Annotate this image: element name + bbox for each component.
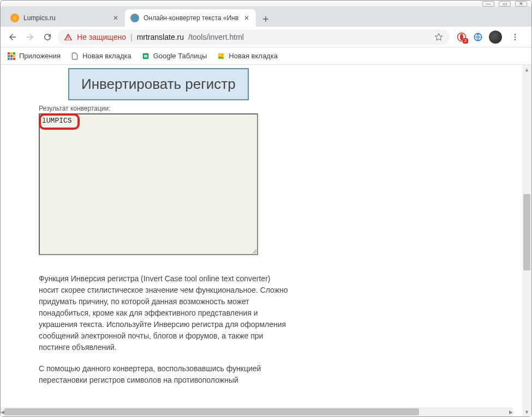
svg-point-5 xyxy=(515,39,516,40)
vscroll-thumb[interactable] xyxy=(523,194,530,270)
bookmark-sheets[interactable]: Google Таблицы xyxy=(141,52,207,61)
svg-rect-11 xyxy=(13,55,15,57)
extension-badge: 2 xyxy=(463,38,468,44)
bookmark-label: Приложения xyxy=(19,52,61,60)
bookmark-label: Новая вкладка xyxy=(82,52,131,60)
url-host: mrtranslate.ru xyxy=(137,33,184,41)
page-icon xyxy=(70,52,79,61)
hscroll-thumb[interactable] xyxy=(4,408,419,415)
bookmark-newtab1[interactable]: Новая вкладка xyxy=(70,52,131,61)
bookmark-label: Google Таблицы xyxy=(153,52,207,60)
tab-invert-converter[interactable]: 🌐 Онлайн-конвертер текста «Инв ✕ xyxy=(125,9,256,27)
horizontal-scrollbar[interactable]: ◀ ▶ xyxy=(1,407,513,416)
url-path: /tools/invert.html xyxy=(188,33,244,41)
extension-opera-icon[interactable]: 2 xyxy=(456,32,467,43)
svg-rect-7 xyxy=(10,52,13,55)
page-content: Инвертировать регистр Результат конверта… xyxy=(1,65,522,416)
window-maximize-button[interactable]: ▭ xyxy=(499,1,511,7)
window-minimize-button[interactable]: — xyxy=(482,1,494,7)
tab-title: Lumpics.ru xyxy=(23,14,56,22)
back-button[interactable] xyxy=(5,29,20,45)
scroll-right-icon[interactable]: ▶ xyxy=(509,407,513,416)
tab-title: Онлайн-конвертер текста «Инв xyxy=(144,14,238,22)
new-tab-button[interactable] xyxy=(258,11,273,27)
tab-lumpics[interactable]: Lumpics.ru ✕ xyxy=(5,9,125,27)
extension-globe-icon[interactable] xyxy=(473,32,483,43)
apps-grid-icon xyxy=(7,52,16,61)
close-icon[interactable]: ✕ xyxy=(243,14,250,22)
window-close-button[interactable]: ✕ xyxy=(515,1,527,7)
svg-rect-13 xyxy=(10,58,13,60)
invert-case-button[interactable]: Инвертировать регистр xyxy=(68,68,249,100)
svg-rect-9 xyxy=(8,55,10,57)
not-secure-label: Не защищено xyxy=(77,33,126,41)
svg-point-3 xyxy=(515,34,516,35)
favicon-icon xyxy=(10,14,19,22)
bookmark-newtab2[interactable]: Новая вкладка xyxy=(217,52,278,61)
scroll-down-icon[interactable]: ▼ xyxy=(522,407,531,416)
address-bar[interactable]: Не защищено | mrtranslate.ru/tools/inver… xyxy=(57,29,450,45)
close-icon[interactable]: ✕ xyxy=(112,14,119,22)
globe-icon: 🌐 xyxy=(130,14,139,22)
warning-icon xyxy=(64,33,73,41)
scroll-up-icon[interactable]: ▲ xyxy=(522,65,531,74)
menu-button[interactable] xyxy=(507,29,523,45)
sheets-icon xyxy=(141,52,150,61)
svg-rect-14 xyxy=(13,58,15,60)
svg-rect-12 xyxy=(8,58,10,60)
svg-rect-6 xyxy=(8,52,10,55)
svg-rect-8 xyxy=(13,52,15,55)
description-text: Функция Инверсия регистра (Invert Case t… xyxy=(39,273,290,386)
tab-strip: Lumpics.ru ✕ 🌐 Онлайн-конвертер текста «… xyxy=(1,7,531,27)
bookmark-star-icon[interactable] xyxy=(434,33,443,41)
svg-point-20 xyxy=(219,55,220,56)
apps-button[interactable]: Приложения xyxy=(7,52,61,61)
description-paragraph-1: Функция Инверсия регистра (Invert Case t… xyxy=(39,273,290,353)
result-label: Результат конвертации: xyxy=(39,105,290,112)
browser-toolbar: Не защищено | mrtranslate.ru/tools/inver… xyxy=(1,27,531,47)
window-titlebar: — ▭ ✕ xyxy=(1,1,531,7)
bookmark-label: Новая вкладка xyxy=(229,52,278,60)
scroll-left-icon[interactable]: ◀ xyxy=(1,407,4,416)
forward-button[interactable] xyxy=(22,29,38,45)
reload-button[interactable] xyxy=(40,29,55,45)
profile-avatar[interactable] xyxy=(489,31,502,44)
bookmarks-bar: Приложения Новая вкладка Google Таблицы … xyxy=(1,47,531,65)
description-paragraph-2: С помощью данного конвертера, воспользов… xyxy=(39,363,290,386)
svg-rect-10 xyxy=(10,55,13,57)
picture-icon xyxy=(217,52,225,61)
svg-point-4 xyxy=(515,36,516,38)
url-divider: | xyxy=(130,33,133,41)
result-textarea[interactable] xyxy=(39,113,258,255)
vertical-scrollbar[interactable]: ▲ ▼ xyxy=(522,65,531,416)
